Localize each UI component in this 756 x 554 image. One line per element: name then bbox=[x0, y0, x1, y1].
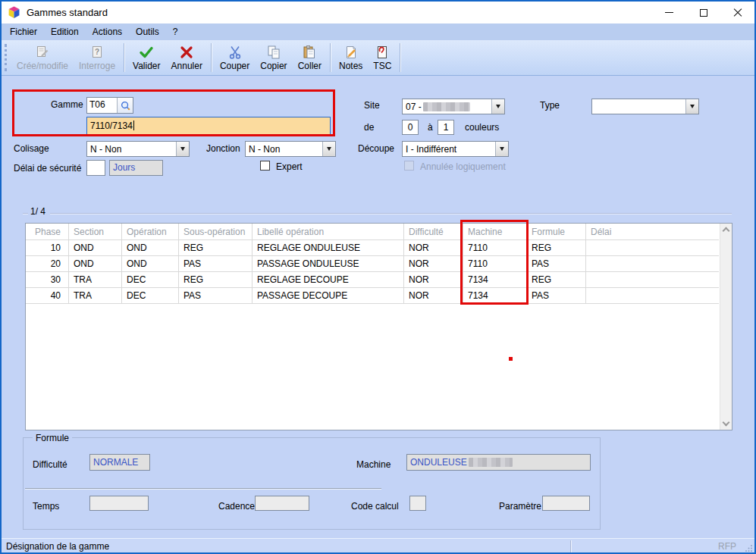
cell-operation[interactable]: DEC bbox=[122, 288, 179, 304]
formule-groupbox: Formule Difficulté NORMALE Machine ONDUL… bbox=[23, 437, 601, 530]
cell-machine[interactable]: 7110 bbox=[463, 240, 527, 256]
expert-label: Expert bbox=[276, 161, 303, 172]
toolbar-button-label: Copier bbox=[260, 61, 287, 71]
cell-formule[interactable]: REG bbox=[527, 240, 586, 256]
toolbar-button-label: Crée/modifie bbox=[17, 61, 68, 71]
site-dropdown-button[interactable] bbox=[491, 99, 504, 114]
cell-phase[interactable]: 20 bbox=[26, 256, 69, 272]
toolbar-button-label: Annuler bbox=[171, 61, 202, 71]
cell-operation[interactable]: OND bbox=[122, 256, 179, 272]
couper-button[interactable]: Couper bbox=[215, 42, 255, 74]
cell-difficulte[interactable]: NOR bbox=[404, 240, 463, 256]
cell-operation[interactable]: OND bbox=[122, 240, 179, 256]
decoupe-dropdown-button[interactable] bbox=[495, 142, 508, 156]
site-select[interactable]: 07 - bbox=[402, 99, 505, 114]
toolbar-button-label: Valider bbox=[133, 61, 160, 71]
delai-securite-input[interactable] bbox=[86, 160, 105, 176]
cell-sous-operation[interactable]: PAS bbox=[179, 256, 253, 272]
toolbar-button-label: Coller bbox=[298, 61, 322, 71]
cell-sous-operation[interactable]: PAS bbox=[179, 288, 253, 304]
annuler-button[interactable]: Annuler bbox=[166, 42, 208, 74]
cell-difficulte[interactable]: NOR bbox=[404, 288, 463, 304]
table-row[interactable]: 30 TRA DEC REG REGLAGE DECOUPE NOR 7134 … bbox=[26, 272, 732, 288]
gamme-code-input[interactable]: T06 bbox=[87, 98, 118, 113]
toolbar: Crée/modifie ? Interroge Valider Annuler bbox=[2, 40, 754, 76]
table-row[interactable]: 10 OND OND REG REGLAGE ONDULEUSE NOR 711… bbox=[26, 240, 732, 256]
cell-delai[interactable] bbox=[586, 240, 719, 256]
cell-section[interactable]: TRA bbox=[69, 272, 122, 288]
cell-phase[interactable]: 30 bbox=[26, 272, 69, 288]
type-label: Type bbox=[540, 100, 560, 111]
cell-section[interactable]: OND bbox=[69, 256, 122, 272]
close-button[interactable] bbox=[720, 2, 754, 23]
cell-machine[interactable]: 7134 bbox=[463, 288, 527, 304]
maximize-button[interactable] bbox=[686, 2, 720, 23]
vertical-scrollbar[interactable] bbox=[720, 224, 732, 430]
cell-formule[interactable]: PAS bbox=[527, 256, 586, 272]
groupbox-line bbox=[50, 213, 732, 214]
red-cross-icon bbox=[179, 45, 194, 60]
scroll-up-icon[interactable] bbox=[723, 227, 730, 235]
cell-section[interactable]: TRA bbox=[69, 288, 122, 304]
type-dropdown-button[interactable] bbox=[685, 99, 698, 114]
menu-fichier[interactable]: Fichier bbox=[3, 23, 44, 40]
menu-bar: Fichier Edition Actions Outils ? bbox=[2, 23, 754, 40]
decoupe-select[interactable]: I - Indifférent bbox=[402, 141, 509, 157]
cell-phase[interactable]: 40 bbox=[26, 288, 69, 304]
menu-aide[interactable]: ? bbox=[166, 23, 185, 40]
cell-libelle[interactable]: REGLAGE DECOUPE bbox=[253, 272, 404, 288]
resize-grip[interactable] bbox=[745, 544, 753, 552]
toolbar-separator bbox=[330, 43, 331, 72]
valider-button[interactable]: Valider bbox=[127, 42, 165, 74]
scissors-icon bbox=[227, 45, 243, 60]
question-document-icon: ? bbox=[89, 45, 105, 60]
cell-delai[interactable] bbox=[586, 256, 719, 272]
gamme-search-button[interactable] bbox=[118, 98, 133, 113]
group-separator-line bbox=[25, 488, 381, 489]
cell-machine[interactable]: 7110 bbox=[463, 256, 527, 272]
cell-difficulte[interactable]: NOR bbox=[404, 256, 463, 272]
table-row[interactable]: 40 TRA DEC PAS PASSAGE DECOUPE NOR 7134 … bbox=[26, 288, 732, 304]
colisage-dropdown-button[interactable] bbox=[176, 142, 189, 156]
cell-machine[interactable]: 7134 bbox=[463, 272, 527, 288]
cell-operation[interactable]: DEC bbox=[122, 272, 179, 288]
chevron-down-icon bbox=[500, 147, 504, 151]
menu-edition[interactable]: Edition bbox=[44, 23, 86, 40]
parametre-label: Paramètre bbox=[499, 501, 541, 512]
cell-libelle[interactable]: REGLAGE ONDULEUSE bbox=[253, 240, 404, 256]
cell-formule[interactable]: REG bbox=[527, 272, 586, 288]
toolbar-grip[interactable] bbox=[5, 44, 7, 71]
notes-button[interactable]: Notes bbox=[334, 42, 368, 74]
cell-sous-operation[interactable]: REG bbox=[179, 272, 253, 288]
menu-outils[interactable]: Outils bbox=[129, 23, 166, 40]
cell-phase[interactable]: 10 bbox=[26, 240, 69, 256]
cell-difficulte[interactable]: NOR bbox=[404, 272, 463, 288]
cell-formule[interactable]: PAS bbox=[527, 288, 586, 304]
colisage-label: Colisage bbox=[14, 143, 49, 154]
toolbar-separator bbox=[124, 43, 124, 72]
colisage-select[interactable]: N - Non bbox=[86, 141, 190, 157]
cell-delai[interactable] bbox=[586, 272, 719, 288]
cell-libelle[interactable]: PASSAGE ONDULEUSE bbox=[253, 256, 404, 272]
jonction-dropdown-button[interactable] bbox=[322, 142, 335, 156]
scroll-down-icon[interactable] bbox=[723, 419, 730, 427]
jonction-select[interactable]: N - Non bbox=[245, 141, 336, 157]
tsc-button[interactable]: TSC bbox=[368, 42, 397, 74]
minimize-button[interactable] bbox=[652, 2, 686, 23]
table-row[interactable]: 20 OND OND PAS PASSAGE ONDULEUSE NOR 711… bbox=[26, 256, 732, 272]
maximize-icon bbox=[700, 9, 707, 17]
edit-document-icon bbox=[35, 45, 50, 60]
cell-libelle[interactable]: PASSAGE DECOUPE bbox=[253, 288, 404, 304]
cell-delai[interactable] bbox=[586, 288, 719, 304]
copier-button[interactable]: Copier bbox=[255, 42, 292, 74]
couleurs-from-input[interactable]: 0 bbox=[402, 120, 419, 135]
expert-checkbox[interactable] bbox=[260, 161, 270, 171]
cell-section[interactable]: OND bbox=[69, 240, 122, 256]
cell-sous-operation[interactable]: REG bbox=[179, 240, 253, 256]
col-header-operation: Opération bbox=[122, 224, 179, 240]
coller-button[interactable]: Coller bbox=[293, 42, 327, 74]
gamme-designation-input[interactable]: 7110/7134 bbox=[86, 117, 331, 135]
type-select[interactable] bbox=[591, 99, 699, 114]
menu-actions[interactable]: Actions bbox=[86, 23, 129, 40]
couleurs-to-input[interactable]: 1 bbox=[438, 120, 454, 135]
